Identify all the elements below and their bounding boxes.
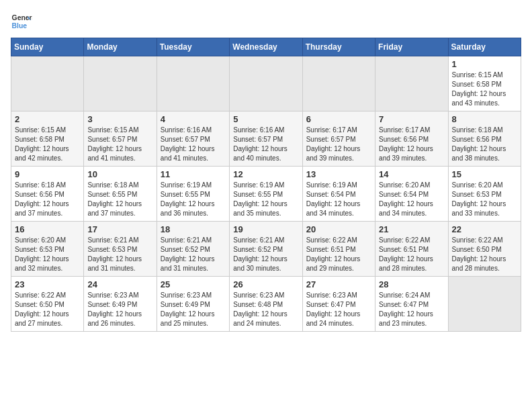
calendar-header-row: SundayMondayTuesdayWednesdayThursdayFrid… (11, 38, 521, 56)
day-number: 13 (306, 169, 371, 179)
day-cell: 19Sunrise: 6:21 AM Sunset: 6:52 PM Dayli… (230, 222, 302, 277)
day-info: Sunrise: 6:15 AM Sunset: 6:57 PM Dayligh… (87, 126, 152, 163)
logo: General Blue (11, 11, 35, 32)
week-row-4: 23Sunrise: 6:22 AM Sunset: 6:50 PM Dayli… (11, 277, 521, 332)
day-number: 23 (15, 279, 80, 289)
day-info: Sunrise: 6:22 AM Sunset: 6:50 PM Dayligh… (452, 236, 517, 273)
day-cell: 7Sunrise: 6:17 AM Sunset: 6:56 PM Daylig… (375, 111, 448, 167)
day-cell: 23Sunrise: 6:22 AM Sunset: 6:50 PM Dayli… (11, 277, 84, 332)
day-number: 14 (379, 169, 444, 179)
day-cell: 3Sunrise: 6:15 AM Sunset: 6:57 PM Daylig… (84, 111, 157, 167)
day-cell: 11Sunrise: 6:19 AM Sunset: 6:55 PM Dayli… (157, 167, 229, 222)
day-number: 4 (161, 114, 226, 124)
day-cell: 24Sunrise: 6:23 AM Sunset: 6:49 PM Dayli… (84, 277, 157, 332)
day-number: 12 (233, 169, 298, 179)
day-info: Sunrise: 6:17 AM Sunset: 6:56 PM Dayligh… (379, 126, 444, 163)
day-info: Sunrise: 6:22 AM Sunset: 6:50 PM Dayligh… (15, 291, 80, 328)
header-saturday: Saturday (448, 38, 521, 56)
day-cell: 10Sunrise: 6:18 AM Sunset: 6:55 PM Dayli… (84, 167, 157, 222)
day-info: Sunrise: 6:20 AM Sunset: 6:53 PM Dayligh… (15, 236, 80, 273)
day-number: 28 (379, 279, 444, 289)
header-thursday: Thursday (302, 38, 375, 56)
day-info: Sunrise: 6:15 AM Sunset: 6:58 PM Dayligh… (452, 71, 517, 108)
day-number: 1 (452, 59, 517, 69)
day-info: Sunrise: 6:22 AM Sunset: 6:51 PM Dayligh… (379, 236, 444, 273)
week-row-3: 16Sunrise: 6:20 AM Sunset: 6:53 PM Dayli… (11, 222, 521, 277)
logo-icon: General Blue (11, 11, 32, 32)
day-info: Sunrise: 6:24 AM Sunset: 6:47 PM Dayligh… (379, 291, 444, 328)
header-sunday: Sunday (11, 38, 84, 56)
day-cell: 18Sunrise: 6:21 AM Sunset: 6:52 PM Dayli… (157, 222, 229, 277)
day-number: 7 (379, 114, 444, 124)
day-number: 24 (87, 279, 152, 289)
day-cell: 1Sunrise: 6:15 AM Sunset: 6:58 PM Daylig… (448, 56, 521, 111)
day-cell: 25Sunrise: 6:23 AM Sunset: 6:49 PM Dayli… (157, 277, 229, 332)
header-wednesday: Wednesday (230, 38, 302, 56)
day-info: Sunrise: 6:20 AM Sunset: 6:54 PM Dayligh… (379, 181, 444, 218)
day-cell (11, 56, 84, 111)
week-row-1: 2Sunrise: 6:15 AM Sunset: 6:58 PM Daylig… (11, 111, 521, 167)
day-number: 26 (233, 279, 298, 289)
day-info: Sunrise: 6:19 AM Sunset: 6:55 PM Dayligh… (161, 181, 226, 218)
day-cell (157, 56, 229, 111)
day-cell: 15Sunrise: 6:20 AM Sunset: 6:53 PM Dayli… (448, 167, 521, 222)
svg-text:Blue: Blue (12, 22, 28, 30)
day-info: Sunrise: 6:18 AM Sunset: 6:56 PM Dayligh… (452, 126, 517, 163)
day-number: 10 (87, 169, 152, 179)
day-number: 22 (452, 224, 517, 234)
day-number: 3 (87, 114, 152, 124)
day-number: 17 (87, 224, 152, 234)
day-cell: 13Sunrise: 6:19 AM Sunset: 6:54 PM Dayli… (302, 167, 375, 222)
day-info: Sunrise: 6:20 AM Sunset: 6:53 PM Dayligh… (452, 181, 517, 218)
day-info: Sunrise: 6:21 AM Sunset: 6:52 PM Dayligh… (161, 236, 226, 273)
day-number: 21 (379, 224, 444, 234)
calendar-table: SundayMondayTuesdayWednesdayThursdayFrid… (11, 38, 521, 332)
day-cell (230, 56, 302, 111)
day-info: Sunrise: 6:15 AM Sunset: 6:58 PM Dayligh… (15, 126, 80, 163)
day-number: 5 (233, 114, 298, 124)
header-tuesday: Tuesday (157, 38, 229, 56)
day-number: 19 (233, 224, 298, 234)
header: General Blue (11, 11, 521, 32)
day-info: Sunrise: 6:22 AM Sunset: 6:51 PM Dayligh… (306, 236, 371, 273)
day-cell: 16Sunrise: 6:20 AM Sunset: 6:53 PM Dayli… (11, 222, 84, 277)
day-number: 6 (306, 114, 371, 124)
day-info: Sunrise: 6:18 AM Sunset: 6:56 PM Dayligh… (15, 181, 80, 218)
day-cell: 2Sunrise: 6:15 AM Sunset: 6:58 PM Daylig… (11, 111, 84, 167)
header-monday: Monday (84, 38, 157, 56)
day-info: Sunrise: 6:19 AM Sunset: 6:55 PM Dayligh… (233, 181, 298, 218)
day-info: Sunrise: 6:21 AM Sunset: 6:52 PM Dayligh… (233, 236, 298, 273)
day-info: Sunrise: 6:23 AM Sunset: 6:48 PM Dayligh… (233, 291, 298, 328)
day-cell: 5Sunrise: 6:16 AM Sunset: 6:57 PM Daylig… (230, 111, 302, 167)
day-number: 16 (15, 224, 80, 234)
day-number: 2 (15, 114, 80, 124)
day-cell: 28Sunrise: 6:24 AM Sunset: 6:47 PM Dayli… (375, 277, 448, 332)
day-cell: 17Sunrise: 6:21 AM Sunset: 6:53 PM Dayli… (84, 222, 157, 277)
week-row-2: 9Sunrise: 6:18 AM Sunset: 6:56 PM Daylig… (11, 167, 521, 222)
day-number: 8 (452, 114, 517, 124)
day-info: Sunrise: 6:23 AM Sunset: 6:47 PM Dayligh… (306, 291, 371, 328)
day-info: Sunrise: 6:19 AM Sunset: 6:54 PM Dayligh… (306, 181, 371, 218)
day-info: Sunrise: 6:21 AM Sunset: 6:53 PM Dayligh… (87, 236, 152, 273)
day-cell: 4Sunrise: 6:16 AM Sunset: 6:57 PM Daylig… (157, 111, 229, 167)
day-info: Sunrise: 6:16 AM Sunset: 6:57 PM Dayligh… (161, 126, 226, 163)
day-cell: 8Sunrise: 6:18 AM Sunset: 6:56 PM Daylig… (448, 111, 521, 167)
day-cell (375, 56, 448, 111)
day-info: Sunrise: 6:18 AM Sunset: 6:55 PM Dayligh… (87, 181, 152, 218)
day-number: 18 (161, 224, 226, 234)
day-number: 20 (306, 224, 371, 234)
day-info: Sunrise: 6:16 AM Sunset: 6:57 PM Dayligh… (233, 126, 298, 163)
day-cell: 26Sunrise: 6:23 AM Sunset: 6:48 PM Dayli… (230, 277, 302, 332)
header-friday: Friday (375, 38, 448, 56)
day-number: 9 (15, 169, 80, 179)
day-cell (448, 277, 521, 332)
day-cell: 9Sunrise: 6:18 AM Sunset: 6:56 PM Daylig… (11, 167, 84, 222)
day-number: 15 (452, 169, 517, 179)
day-info: Sunrise: 6:23 AM Sunset: 6:49 PM Dayligh… (87, 291, 152, 328)
day-info: Sunrise: 6:23 AM Sunset: 6:49 PM Dayligh… (161, 291, 226, 328)
day-cell: 12Sunrise: 6:19 AM Sunset: 6:55 PM Dayli… (230, 167, 302, 222)
day-cell: 20Sunrise: 6:22 AM Sunset: 6:51 PM Dayli… (302, 222, 375, 277)
day-cell: 14Sunrise: 6:20 AM Sunset: 6:54 PM Dayli… (375, 167, 448, 222)
day-number: 27 (306, 279, 371, 289)
day-info: Sunrise: 6:17 AM Sunset: 6:57 PM Dayligh… (306, 126, 371, 163)
